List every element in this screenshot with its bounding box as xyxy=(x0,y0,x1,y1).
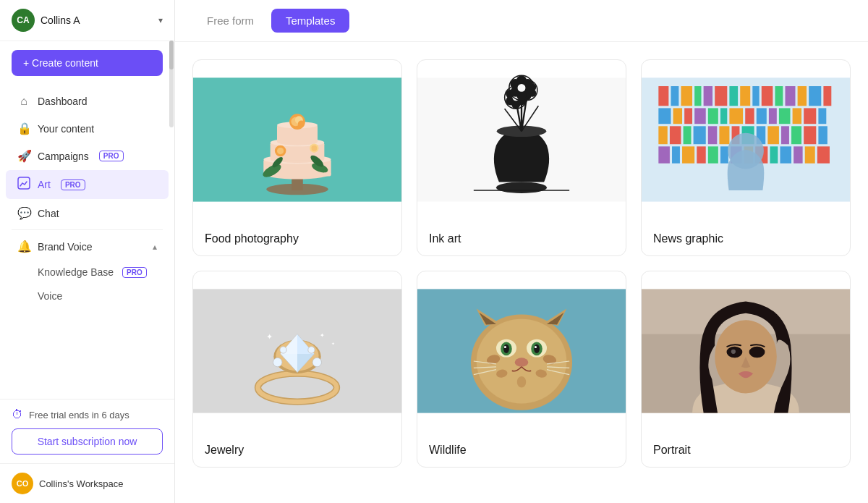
template-card-portrait[interactable]: Portrait xyxy=(641,271,851,468)
sub-item-label: Voice xyxy=(38,290,62,302)
svg-point-163 xyxy=(715,320,777,393)
svg-rect-103 xyxy=(672,146,680,163)
nav-section: ⌂ Dashboard 🔒 Your content 🚀 Campaigns P… xyxy=(0,85,174,399)
svg-rect-59 xyxy=(658,86,668,106)
svg-rect-67 xyxy=(752,86,759,106)
svg-rect-72 xyxy=(809,86,821,106)
svg-point-147 xyxy=(535,346,537,348)
svg-rect-93 xyxy=(719,126,729,144)
food-photography-image xyxy=(193,60,401,219)
svg-text:✦: ✦ xyxy=(331,341,335,346)
svg-rect-82 xyxy=(757,108,767,124)
svg-rect-114 xyxy=(805,146,815,163)
sidebar-item-label: Dashboard xyxy=(38,96,88,107)
svg-point-165 xyxy=(749,347,765,358)
svg-rect-69 xyxy=(775,86,783,106)
svg-point-26 xyxy=(496,182,547,193)
lock-icon: 🔒 xyxy=(17,122,30,135)
template-label: Wildlife xyxy=(417,434,626,467)
divider xyxy=(12,229,163,230)
sidebar-item-label: Chat xyxy=(38,208,59,219)
sidebar-item-voice[interactable]: Voice xyxy=(6,284,169,308)
tab-bar: Free form Templates xyxy=(175,0,868,42)
svg-rect-99 xyxy=(791,126,801,144)
brand-voice-icon: 🔔 xyxy=(17,240,30,253)
svg-point-144 xyxy=(503,345,509,353)
svg-rect-79 xyxy=(720,108,727,124)
sidebar-footer: ⏱ Free trial ends in 6 days Start subscr… xyxy=(0,399,174,463)
svg-rect-78 xyxy=(708,108,718,124)
template-label: Jewelry xyxy=(193,434,401,467)
scrollbar[interactable] xyxy=(169,41,174,127)
svg-text:✦: ✦ xyxy=(320,332,325,339)
sidebar-item-label: Brand Voice xyxy=(38,241,93,253)
sidebar-item-chat[interactable]: 💬 Chat xyxy=(6,200,169,227)
svg-rect-89 xyxy=(670,126,681,144)
svg-text:✦: ✦ xyxy=(266,332,273,341)
svg-rect-64 xyxy=(715,86,727,106)
sidebar-item-campaigns[interactable]: 🚀 Campaigns PRO xyxy=(6,143,169,169)
pro-badge: PRO xyxy=(99,151,124,161)
chevron-down-icon: ▾ xyxy=(158,15,163,25)
template-card-wildlife[interactable]: Wildlife xyxy=(417,271,626,468)
svg-rect-111 xyxy=(770,146,778,163)
svg-rect-66 xyxy=(740,86,750,106)
svg-point-146 xyxy=(504,346,506,348)
template-card-news-graphic[interactable]: News graphic xyxy=(641,59,851,256)
template-label: Food photography xyxy=(193,222,401,255)
svg-point-56 xyxy=(518,84,526,92)
sidebar-item-knowledge-base[interactable]: Knowledge Base PRO xyxy=(6,261,169,284)
sidebar-item-your-content[interactable]: 🔒 Your content xyxy=(6,115,169,142)
svg-rect-68 xyxy=(762,86,773,106)
tab-templates[interactable]: Templates xyxy=(271,9,349,33)
svg-rect-75 xyxy=(673,108,682,124)
sidebar: CA Collins A ▾ + Create content ⌂ Dashbo… xyxy=(0,0,175,503)
svg-rect-81 xyxy=(745,108,754,124)
user-menu[interactable]: CA Collins A ▾ xyxy=(0,0,174,41)
svg-rect-91 xyxy=(694,126,706,144)
svg-rect-73 xyxy=(823,86,831,106)
pro-badge: PRO xyxy=(122,267,147,278)
sidebar-item-brand-voice[interactable]: 🔔 Brand Voice ▴ xyxy=(6,233,169,260)
svg-rect-0 xyxy=(18,177,30,189)
workspace-name: Collins's Workspace xyxy=(39,478,123,489)
rocket-icon: 🚀 xyxy=(17,149,30,163)
tab-free-form[interactable]: Free form xyxy=(192,9,268,33)
svg-rect-86 xyxy=(804,108,816,124)
svg-rect-60 xyxy=(671,86,678,106)
template-card-jewelry[interactable]: ✦ ✦ ✦ Jewelry xyxy=(192,271,402,468)
svg-rect-90 xyxy=(684,126,692,144)
svg-rect-74 xyxy=(658,108,671,124)
svg-rect-87 xyxy=(818,108,826,124)
home-icon: ⌂ xyxy=(17,95,30,108)
sidebar-item-dashboard[interactable]: ⌂ Dashboard xyxy=(6,88,169,114)
create-content-button[interactable]: + Create content xyxy=(12,50,163,76)
trial-info: ⏱ Free trial ends in 6 days xyxy=(12,408,163,421)
template-card-ink-art[interactable]: Ink art xyxy=(417,59,626,256)
workspace-avatar: CO xyxy=(12,473,33,494)
svg-point-129 xyxy=(308,347,315,353)
template-label: Portrait xyxy=(642,434,850,467)
svg-rect-71 xyxy=(798,86,807,106)
svg-rect-115 xyxy=(817,146,830,163)
ink-art-image xyxy=(417,60,626,219)
trial-text: Free trial ends in 6 days xyxy=(29,410,129,420)
svg-point-153 xyxy=(517,376,526,388)
template-grid: Food photography xyxy=(175,42,868,503)
svg-rect-70 xyxy=(785,86,795,106)
template-card-food-photography[interactable]: Food photography xyxy=(192,59,402,256)
svg-rect-113 xyxy=(793,146,802,163)
svg-point-145 xyxy=(534,345,540,353)
svg-rect-76 xyxy=(684,108,692,124)
svg-rect-97 xyxy=(767,126,779,144)
svg-rect-62 xyxy=(694,86,701,106)
svg-point-127 xyxy=(312,358,321,366)
workspace-selector[interactable]: CO Collins's Workspace xyxy=(0,463,174,503)
svg-rect-77 xyxy=(694,108,706,124)
subscribe-button[interactable]: Start subscription now xyxy=(12,428,163,455)
main-content: Free form Templates xyxy=(175,0,868,503)
sidebar-item-art[interactable]: Art PRO xyxy=(6,170,169,199)
clock-icon: ⏱ xyxy=(12,408,23,421)
template-label: News graphic xyxy=(642,222,850,255)
svg-rect-84 xyxy=(779,108,791,124)
